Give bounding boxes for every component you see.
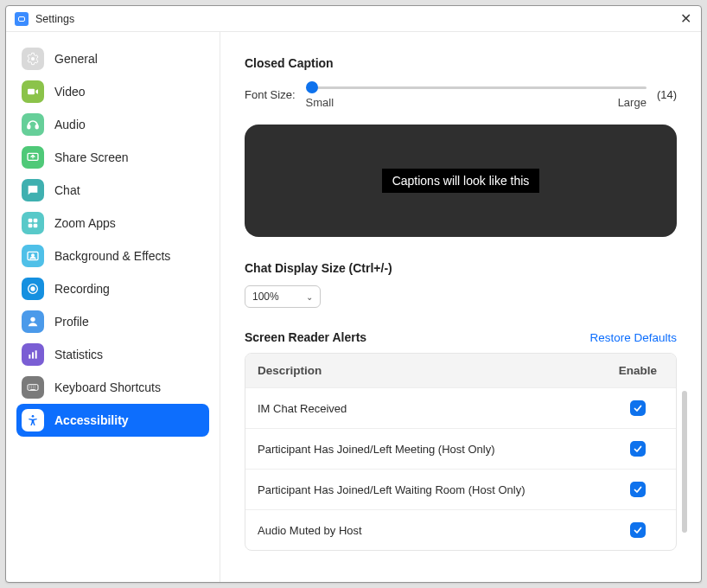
alert-checkbox[interactable] <box>630 482 646 497</box>
chevron-down-icon: ⌄ <box>306 292 313 302</box>
profile-icon <box>22 310 44 333</box>
sidebar-item-chat[interactable]: Chat <box>16 174 209 207</box>
sidebar-item-profile[interactable]: Profile <box>16 305 209 338</box>
slider-labels: Small Large <box>306 96 646 109</box>
sidebar-item-label: Accessibility <box>54 413 129 427</box>
keyboard-icon <box>22 376 44 399</box>
restore-defaults-link[interactable]: Restore Defaults <box>589 331 677 344</box>
svg-point-12 <box>31 287 35 291</box>
alert-enable-cell <box>612 441 664 457</box>
zoom-apps-icon <box>22 212 44 234</box>
alert-description: IM Chat Received <box>258 402 612 415</box>
sidebar-item-label: Video <box>54 85 86 99</box>
sidebar-item-label: Recording <box>54 282 110 296</box>
sidebar-item-label: Keyboard Shortcuts <box>54 380 161 394</box>
alert-enable-cell <box>612 482 664 497</box>
svg-rect-8 <box>34 224 38 228</box>
svg-rect-3 <box>35 125 38 129</box>
col-header-description: Description <box>258 364 612 377</box>
sidebar-item-label: Statistics <box>54 348 103 361</box>
font-size-label: Font Size: <box>245 88 296 101</box>
slider-track-line <box>306 86 646 89</box>
slider-large-label: Large <box>618 96 646 109</box>
slider-small-label: Small <box>306 96 334 109</box>
chat-icon <box>22 179 44 201</box>
alert-row: IM Chat Received <box>245 387 676 428</box>
alerts-table: Description Enable IM Chat ReceivedParti… <box>245 353 677 551</box>
sidebar-item-label: Profile <box>54 315 89 329</box>
video-icon <box>22 80 44 103</box>
general-icon <box>22 48 44 70</box>
svg-rect-16 <box>35 350 37 358</box>
sidebar-item-label: Background & Effects <box>54 249 170 263</box>
alerts-table-container: Description Enable IM Chat ReceivedParti… <box>245 353 677 551</box>
svg-rect-5 <box>29 219 33 223</box>
sidebar-item-zoom-apps[interactable]: Zoom Apps <box>16 207 209 240</box>
closed-caption-title: Closed Caption <box>245 56 677 70</box>
chat-display-select[interactable]: 100% ⌄ <box>245 285 321 308</box>
sidebar-item-label: Zoom Apps <box>54 216 116 230</box>
chat-display-value: 100% <box>252 291 279 303</box>
svg-point-18 <box>32 415 35 418</box>
chat-display-title: Chat Display Size (Ctrl+/-) <box>245 261 677 275</box>
font-size-value: (14) <box>657 88 677 101</box>
sidebar: GeneralVideoAudioShare ScreenChatZoom Ap… <box>6 32 220 582</box>
sidebar-item-share-screen[interactable]: Share Screen <box>16 141 209 174</box>
alert-row: Participant Has Joined/Left Waiting Room… <box>245 469 676 509</box>
sidebar-item-background[interactable]: Background & Effects <box>16 240 209 272</box>
sidebar-item-accessibility[interactable]: Accessibility <box>16 404 209 437</box>
svg-rect-1 <box>28 89 35 95</box>
sidebar-item-label: Share Screen <box>54 150 129 164</box>
col-header-enable: Enable <box>612 364 664 377</box>
chat-display-section: Chat Display Size (Ctrl+/-) 100% ⌄ <box>245 261 677 308</box>
alert-enable-cell <box>612 400 664 416</box>
alert-checkbox[interactable] <box>630 441 646 457</box>
sidebar-item-keyboard[interactable]: Keyboard Shortcuts <box>16 371 209 404</box>
caption-preview-text: Captions will look like this <box>382 169 540 193</box>
caption-preview: Captions will look like this <box>245 125 677 237</box>
sidebar-item-statistics[interactable]: Statistics <box>16 338 209 371</box>
alert-row: Audio Muted by Host <box>245 509 676 550</box>
content-pane: Closed Caption Font Size: Small Large (1… <box>220 32 701 582</box>
alert-row: Participant Has Joined/Left Meeting (Hos… <box>245 428 676 469</box>
svg-rect-14 <box>29 355 30 359</box>
recording-icon <box>22 278 44 300</box>
sidebar-item-label: Audio <box>54 118 86 131</box>
svg-rect-2 <box>28 125 30 129</box>
share-screen-icon <box>22 146 44 169</box>
alert-checkbox[interactable] <box>630 400 646 416</box>
svg-rect-7 <box>29 224 33 228</box>
svg-point-10 <box>32 254 35 257</box>
window-body: GeneralVideoAudioShare ScreenChatZoom Ap… <box>6 32 701 582</box>
alert-description: Participant Has Joined/Left Waiting Room… <box>258 483 612 496</box>
window-title: Settings <box>35 13 677 25</box>
background-icon <box>22 245 44 267</box>
close-button[interactable]: ✕ <box>677 12 694 26</box>
svg-rect-15 <box>32 352 34 358</box>
sidebar-item-audio[interactable]: Audio <box>16 108 209 141</box>
zoom-app-icon <box>15 12 29 26</box>
slider-thumb[interactable] <box>306 81 318 93</box>
accessibility-icon <box>22 409 44 431</box>
alert-checkbox[interactable] <box>630 522 646 538</box>
alerts-scrollbar[interactable] <box>682 391 687 533</box>
audio-icon <box>22 113 44 136</box>
sidebar-item-label: Chat <box>54 183 80 197</box>
screen-reader-title: Screen Reader Alerts <box>245 330 366 344</box>
alerts-table-header: Description Enable <box>245 354 676 387</box>
sidebar-item-video[interactable]: Video <box>16 75 209 108</box>
svg-rect-6 <box>34 219 38 223</box>
statistics-icon <box>22 343 44 366</box>
alert-description: Participant Has Joined/Left Meeting (Hos… <box>258 443 612 456</box>
alert-enable-cell <box>612 522 664 538</box>
screen-reader-section: Screen Reader Alerts Restore Defaults De… <box>245 330 677 551</box>
svg-point-13 <box>30 317 35 322</box>
svg-point-0 <box>31 57 35 61</box>
font-size-row: Font Size: Small Large (14) <box>245 80 677 109</box>
sidebar-item-general[interactable]: General <box>16 42 209 75</box>
font-size-slider[interactable] <box>306 80 646 94</box>
alert-description: Audio Muted by Host <box>258 524 612 537</box>
settings-window: Settings ✕ GeneralVideoAudioShare Screen… <box>5 5 702 583</box>
sidebar-item-recording[interactable]: Recording <box>16 272 209 305</box>
screen-reader-header: Screen Reader Alerts Restore Defaults <box>245 330 677 344</box>
